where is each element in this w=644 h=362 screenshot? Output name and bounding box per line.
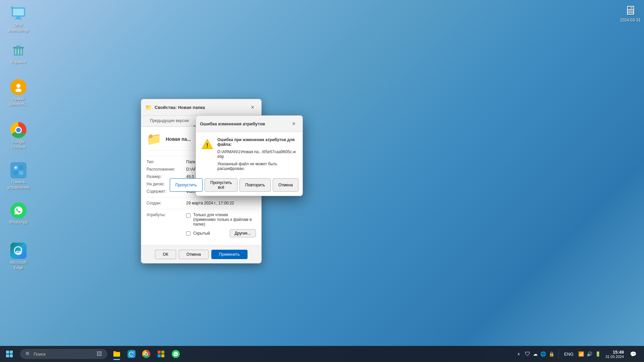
error-titlebar: Ошибка изменения атрибутов ✕ (196, 116, 303, 132)
svg-rect-5 (11, 7, 13, 9)
hidden-label: Скрытый (193, 231, 210, 236)
error-title: Ошибка изменения атрибутов (200, 121, 265, 126)
error-body: ! Ошибка при изменении атрибутов для фай… (196, 132, 303, 175)
cancel-error-btn[interactable]: Отмена (273, 178, 299, 192)
svg-point-13 (15, 88, 21, 92)
desktop-icon-whatsapp[interactable]: WhatsApp (3, 200, 34, 227)
retry-btn[interactable]: Повторить (239, 178, 271, 192)
error-dialog: Ошибка изменения атрибутов ✕ ! Ошибка пр… (196, 115, 303, 196)
properties-close-btn[interactable]: ✕ (248, 103, 257, 112)
start-button[interactable] (3, 347, 16, 361)
prop-attrs-row: Атрибуты: Только для чтения(применимо то… (147, 213, 256, 237)
taskbar-chrome[interactable] (140, 347, 153, 361)
properties-title: Свойства: Новая папка (155, 105, 205, 110)
search-placeholder: Поиск (34, 352, 46, 357)
prop-created-row: Создан: 29 марта 2024 г., 17:00:22 (147, 201, 256, 205)
quick-settings[interactable]: 📶 🔊 🔋 (578, 351, 601, 357)
hidden-checkbox[interactable] (186, 231, 191, 236)
svg-rect-27 (158, 351, 161, 354)
system-tray-expand[interactable]: ∧ (515, 347, 522, 361)
type-label: Тип: (147, 160, 183, 164)
sound-icon: 🔊 (586, 351, 593, 357)
system-tray-icons: 🛡 ☁ 🌐 🔒 (524, 350, 555, 358)
svg-rect-1 (13, 9, 24, 15)
apply-button[interactable]: Применить (211, 250, 248, 259)
readonly-label: Только для чтения(применимо только к фай… (193, 213, 256, 227)
wifi-icon: 📶 (578, 351, 585, 357)
skip-btn[interactable]: Пропустить (170, 178, 203, 192)
error-main-text: Ошибка при изменении атрибутов для файла… (217, 137, 297, 147)
location-label: Расположение: (147, 167, 183, 172)
error-footer: Пропустить Пропустить всё Повторить Отме… (196, 175, 303, 196)
other-attrs-btn[interactable]: Другие... (230, 229, 256, 237)
readonly-checkbox[interactable] (186, 213, 191, 218)
taskbar: 🔍 Поиск 🖼 (0, 346, 644, 362)
error-desc: Указанный файл не может быть расшифрован… (217, 162, 297, 171)
taskbar-search[interactable]: 🔍 Поиск 🖼 (20, 349, 107, 359)
svg-point-18 (15, 167, 17, 169)
attrs-label: Атрибуты: (147, 213, 183, 237)
readonly-row: Только для чтения(применимо только к фай… (186, 213, 256, 227)
properties-titlebar: 📁 Свойства: Новая папка ✕ (141, 99, 261, 116)
svg-text:!: ! (206, 142, 208, 149)
notifications-btn[interactable]: 💬 (628, 347, 639, 361)
svg-rect-15 (19, 166, 23, 170)
desktop-icon-cpanel[interactable]: Панельуправления (3, 160, 34, 192)
windows-logo-icon (6, 350, 13, 358)
svg-rect-22 (10, 351, 13, 354)
desktop-icon-computer[interactable]: Этоткомпьютер (3, 3, 34, 35)
error-content: Ошибка при изменении атрибутов для файла… (217, 137, 297, 171)
taskbar-whatsapp[interactable] (169, 347, 182, 361)
svg-rect-30 (161, 354, 164, 357)
svg-rect-8 (16, 46, 20, 48)
antivirus-icon[interactable]: 🛡 (524, 350, 531, 358)
search-image-icon: 🖼 (97, 351, 102, 357)
ok-button[interactable]: ОК (155, 250, 176, 259)
skip-all-btn[interactable]: Пропустить всё (205, 178, 237, 192)
cancel-button[interactable]: Отмена (179, 250, 209, 259)
properties-footer: ОК Отмена Применить (141, 245, 261, 263)
created-value: 29 марта 2024 г., 17:00:22 (186, 201, 256, 205)
battery-icon: 🔋 (594, 351, 601, 357)
taskbar-store[interactable] (154, 347, 168, 361)
desktop-icon-recycle[interactable]: Корзина (3, 40, 34, 67)
language-indicator[interactable]: ENG (562, 350, 576, 358)
svg-rect-23 (6, 354, 9, 357)
taskbar-clock[interactable]: 15:49 31.03.2024 (603, 350, 626, 359)
whatsapp-label: WhatsApp (9, 220, 28, 225)
taskbar-time: 15:49 (613, 350, 624, 355)
svg-rect-2 (16, 17, 20, 18)
svg-rect-21 (6, 351, 9, 354)
tab-previous-versions[interactable]: Предыдущие версии (145, 116, 194, 126)
vpn-icon[interactable]: 🔒 (548, 351, 555, 357)
chrome-label: GoogleChrome (11, 139, 26, 150)
svg-rect-17 (19, 171, 23, 175)
svg-rect-28 (161, 351, 164, 354)
desktop: 🖥 2024-03-31 Этоткомпьютер (0, 0, 644, 346)
edge-tray-icon[interactable]: 🌐 (540, 351, 547, 357)
onedrive-icon[interactable]: ☁ (532, 351, 538, 357)
desktop-icon-edge[interactable]: MicrosoftEdge (3, 241, 34, 273)
taskbar-edge[interactable] (125, 347, 138, 361)
taskbar-date: 31.03.2024 (605, 355, 624, 359)
svg-rect-24 (10, 354, 13, 357)
separator-3 (147, 209, 256, 209)
computer-label: Этоткомпьютер (8, 23, 29, 33)
svg-rect-16 (14, 171, 18, 175)
cpanel-label: Панельуправления (7, 180, 29, 190)
folder-icon-small: 📁 (145, 104, 152, 111)
desktop-icon-chrome[interactable]: GoogleChrome (3, 120, 34, 152)
error-close-btn[interactable]: ✕ (289, 119, 299, 128)
desktop-icon-user[interactable]: АрманШенгелб... (3, 77, 34, 109)
taskbar-right: ∧ 🛡 ☁ 🌐 🔒 ENG 📶 🔊 🔋 15:49 31.03.2024 💬 (515, 347, 641, 361)
desktop-clock-date: 2024-03-31 (620, 18, 641, 22)
tray-separator (558, 349, 559, 359)
folder-name: Новая па... (166, 136, 191, 142)
taskbar-file-explorer[interactable] (110, 347, 123, 361)
folder-icon-large: 📁 (147, 132, 162, 146)
hidden-row: Скрытый Другие... (186, 229, 256, 237)
search-icon: 🔍 (25, 352, 31, 357)
separator-2 (147, 197, 256, 197)
error-filepath: D:\ARMAN\1\Новая па...\65e57caa9605c.web… (217, 149, 297, 159)
created-label: Создан: (147, 201, 183, 205)
